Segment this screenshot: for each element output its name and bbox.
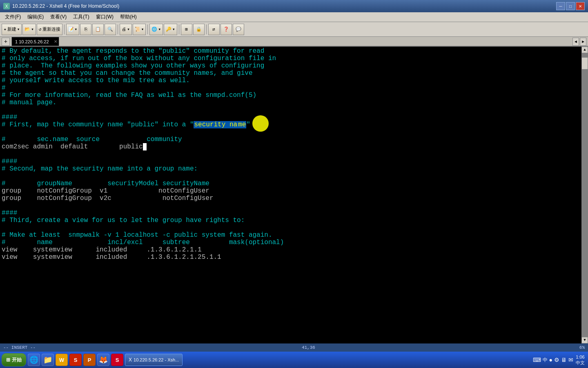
menu-tools[interactable]: 工具(T): [70, 13, 92, 21]
line-3: # place. The following examples show you…: [2, 62, 580, 70]
line-8: # manual page.: [2, 99, 580, 106]
line-29: view systemview included .1.3.6.1.2.1.25…: [2, 254, 580, 261]
copy-icon: ⎘: [85, 27, 87, 32]
vim-mode: -- INSERT --: [3, 345, 36, 350]
key-icon: 🔑: [166, 27, 172, 32]
print-button[interactable]: 🖨 ▾: [120, 24, 132, 35]
line-26: # Make at least snmpwalk -v 1 localhost …: [2, 231, 580, 239]
new-button[interactable]: ✦ 新建 ▾: [2, 24, 22, 35]
tab-session-1[interactable]: 1 10.220.5.26:22 ✕: [11, 37, 59, 46]
taskbar: ⊞ 开始 🌐 📁 W S P 🦊 S X 10.220.5.26:22 - Xs…: [0, 352, 588, 368]
tab-close-icon[interactable]: ✕: [54, 39, 57, 44]
globe-icon: 🌐: [151, 27, 157, 32]
xshell-app-label: 10.220.5.26:22 - Xsh...: [134, 357, 179, 362]
line-22: [2, 202, 580, 209]
tab-nav-left[interactable]: ◄: [572, 38, 579, 46]
start-label: 开始: [12, 357, 22, 364]
tab-nav-right[interactable]: ►: [580, 38, 586, 46]
help-button[interactable]: ❓: [220, 24, 232, 35]
line-19: # groupName securityModel securityName: [2, 180, 580, 187]
line-17: # Second, map the security name into a g…: [2, 165, 580, 173]
taskbar-xshell-app[interactable]: X 10.220.5.26:22 - Xsh...: [125, 354, 183, 366]
transfer-icon: ⇄: [212, 27, 215, 32]
scroll-down-button[interactable]: ▼: [581, 337, 588, 343]
open-button[interactable]: 📂 ▾: [22, 24, 36, 35]
globe-button[interactable]: 🌐 ▾: [149, 24, 163, 35]
paste-icon: 📋: [95, 27, 101, 32]
scrollbar-thumb[interactable]: [581, 57, 588, 70]
tray-keyboard[interactable]: ⌨: [533, 357, 541, 363]
compose-dropdown-icon: ▾: [75, 27, 78, 32]
chat-button[interactable]: 💬: [233, 24, 244, 35]
log-icon: 📜: [135, 27, 140, 32]
app-icon: X: [3, 3, 10, 9]
copy-button[interactable]: ⎘: [80, 24, 91, 35]
line-18: [2, 173, 580, 180]
menu-window[interactable]: 窗口(W): [93, 13, 117, 21]
lock-button[interactable]: 🔒: [193, 24, 205, 35]
cursor-indicator: [252, 115, 269, 132]
line-15: [2, 150, 580, 158]
taskbar-explorer-icon[interactable]: 📁: [42, 354, 54, 366]
tray-zh[interactable]: 中: [543, 357, 548, 364]
key-button[interactable]: 🔑 ▾: [164, 24, 177, 35]
vertical-scrollbar[interactable]: ▲ ▼: [581, 47, 588, 343]
new-dropdown-icon: ▾: [17, 27, 20, 32]
reconnect-label: 重新连接: [42, 26, 60, 32]
search-icon: 🔍: [107, 27, 113, 32]
compose-button[interactable]: 📝 ▾: [66, 24, 80, 35]
log-button[interactable]: 📜 ▾: [133, 24, 146, 35]
tray-settings[interactable]: ⚙: [554, 357, 559, 363]
new-label: 新建: [7, 26, 16, 32]
line-21: group notConfigGroup v2c notConfigUser: [2, 195, 580, 202]
new-icon: ✦: [4, 27, 7, 32]
taskbar-p-icon[interactable]: P: [83, 354, 96, 366]
line-12: [2, 128, 580, 136]
line-6: #: [2, 84, 580, 92]
clock: 1:06中文: [576, 354, 585, 366]
session-button[interactable]: ⊞: [181, 24, 192, 35]
add-tab-button[interactable]: +: [2, 38, 10, 46]
xshell-app-icon: X: [129, 357, 132, 363]
minimize-button[interactable]: ─: [556, 2, 565, 10]
lock-icon: 🔒: [196, 27, 202, 32]
line-27: # name incl/excl subtree mask(optional): [2, 239, 580, 246]
close-button[interactable]: ✕: [576, 2, 585, 10]
paste-button[interactable]: 📋: [92, 24, 104, 35]
line-24: # Third, create a view for us to let the…: [2, 217, 580, 224]
transfer-button[interactable]: ⇄: [208, 24, 220, 35]
reconnect-button[interactable]: ↺ 重新连接: [37, 24, 62, 35]
menu-edit[interactable]: 编辑(E): [24, 13, 47, 21]
tray-dot[interactable]: ●: [549, 357, 552, 363]
start-button[interactable]: ⊞ 开始: [2, 353, 26, 366]
separator-4: [179, 25, 179, 34]
line-25: [2, 224, 580, 231]
window-title: 10.220.5.26:22 - Xshell 4 (Free for Home…: [12, 3, 119, 9]
maximize-button[interactable]: □: [566, 2, 575, 10]
search-button[interactable]: 🔍: [105, 24, 116, 35]
scrollbar-track[interactable]: [581, 53, 588, 337]
tray-mail[interactable]: ✉: [568, 357, 573, 363]
taskbar-firefox-icon[interactable]: 🦊: [97, 354, 109, 366]
tray-monitor[interactable]: 🖥: [561, 357, 567, 363]
terminal[interactable]: # By default, the agent responds to the …: [0, 47, 581, 343]
line-13: # sec.name source community: [2, 136, 580, 143]
print-dropdown-icon: ▾: [127, 27, 130, 32]
tab-navigation: ◄ ►: [572, 38, 586, 46]
session-icon: ⊞: [185, 27, 188, 32]
menu-bar: 文件(F) 编辑(E) 查看(V) 工具(T) 窗口(W) 帮助(H): [0, 12, 588, 22]
line-20: group notConfigGroup v1 notConfigUser: [2, 187, 580, 195]
menu-help[interactable]: 帮助(H): [117, 13, 140, 21]
menu-file[interactable]: 文件(F): [2, 13, 24, 21]
line-4: # the agent so that you can change the c…: [2, 70, 580, 77]
taskbar-s1-icon[interactable]: S: [69, 354, 82, 366]
line-11: # First, map the community name "public"…: [2, 121, 580, 128]
terminal-wrapper: # By default, the agent responds to the …: [0, 47, 588, 343]
taskbar-ie-icon[interactable]: 🌐: [28, 354, 40, 366]
menu-view[interactable]: 查看(V): [47, 13, 70, 21]
key-dropdown-icon: ▾: [172, 27, 175, 32]
line-10: ####: [2, 114, 580, 121]
scroll-up-button[interactable]: ▲: [581, 47, 588, 53]
taskbar-office-icon[interactable]: W: [56, 354, 68, 366]
taskbar-s2-icon[interactable]: S: [111, 354, 123, 366]
